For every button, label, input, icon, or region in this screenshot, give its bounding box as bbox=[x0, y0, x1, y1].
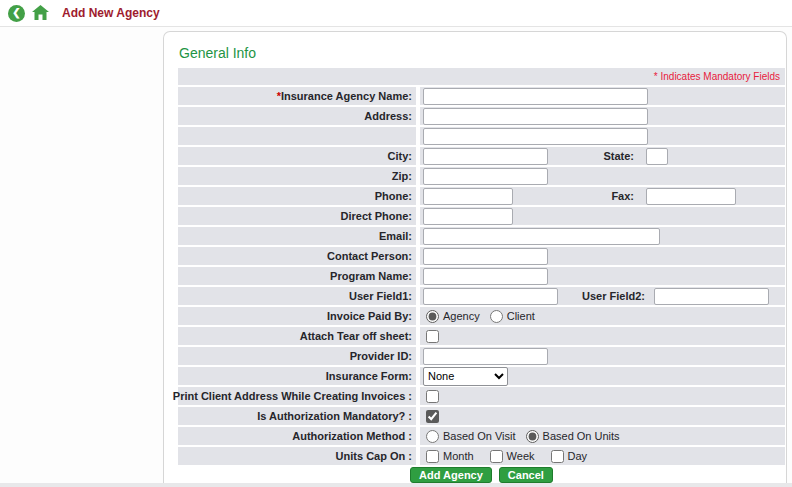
row-agency-name: *Insurance Agency Name: bbox=[178, 87, 785, 105]
city-input[interactable] bbox=[423, 148, 548, 165]
row-zip: Zip: bbox=[178, 167, 785, 185]
row-auth-mandatory: Is Authorization Mandatory? : bbox=[178, 407, 785, 425]
auth-method-visit-label: Based On Visit bbox=[443, 430, 516, 442]
invoice-paid-by-agency-label: Agency bbox=[443, 310, 480, 322]
cancel-button[interactable]: Cancel bbox=[499, 467, 553, 483]
agency-form: * Indicates Mandatory Fields *Insurance … bbox=[178, 68, 785, 483]
program-name-input[interactable] bbox=[423, 268, 548, 285]
user-field1-input[interactable] bbox=[423, 288, 558, 305]
invoice-paid-by-label: Invoice Paid By: bbox=[178, 307, 416, 325]
provider-id-label: Provider ID: bbox=[178, 347, 416, 365]
form-actions: Add Agency Cancel bbox=[178, 467, 785, 483]
row-direct-phone: Direct Phone: bbox=[178, 207, 785, 225]
direct-phone-input[interactable] bbox=[423, 208, 513, 225]
zip-input[interactable] bbox=[423, 168, 548, 185]
add-agency-button[interactable]: Add Agency bbox=[410, 467, 492, 483]
row-invoice-paid-by: Invoice Paid By: Agency Client bbox=[178, 307, 785, 325]
row-program-name: Program Name: bbox=[178, 267, 785, 285]
user-field1-label: User Field1: bbox=[178, 287, 416, 305]
contact-person-label: Contact Person: bbox=[178, 247, 416, 265]
general-info-panel: General Info * Indicates Mandatory Field… bbox=[163, 31, 787, 484]
auth-method-units-label: Based On Units bbox=[543, 430, 620, 442]
print-client-address-checkbox[interactable] bbox=[426, 390, 439, 403]
top-bar: ❮ Add New Agency bbox=[0, 0, 792, 27]
units-cap-week-checkbox[interactable] bbox=[490, 450, 503, 463]
page-bottom-divider bbox=[0, 483, 792, 487]
auth-method-label: Authorization Method : bbox=[178, 427, 416, 445]
fax-label: Fax: bbox=[513, 190, 634, 202]
section-title: General Info bbox=[164, 32, 786, 68]
phone-label: Phone: bbox=[178, 187, 416, 205]
attach-tear-off-checkbox[interactable] bbox=[426, 330, 439, 343]
insurance-form-label: Insurance Form: bbox=[178, 367, 416, 385]
state-label: State: bbox=[548, 150, 634, 162]
fax-input[interactable] bbox=[646, 188, 736, 205]
units-cap-week-label: Week bbox=[507, 450, 535, 462]
city-label: City: bbox=[178, 147, 416, 165]
units-cap-on-label: Units Cap On : bbox=[178, 447, 416, 465]
print-client-address-label: Print Client Address While Creating Invo… bbox=[178, 387, 416, 405]
units-cap-month-checkbox[interactable] bbox=[426, 450, 439, 463]
row-attach-tear-off: Attach Tear off sheet: bbox=[178, 327, 785, 345]
address-label: Address: bbox=[178, 107, 416, 125]
user-field2-label: User Field2: bbox=[558, 290, 645, 302]
state-input[interactable] bbox=[646, 148, 668, 165]
auth-method-visit-radio[interactable] bbox=[426, 430, 439, 443]
invoice-paid-by-client-label: Client bbox=[507, 310, 535, 322]
home-icon[interactable] bbox=[32, 5, 50, 22]
row-email: Email: bbox=[178, 227, 785, 245]
back-icon[interactable]: ❮ bbox=[8, 5, 25, 22]
attach-tear-off-label: Attach Tear off sheet: bbox=[178, 327, 416, 345]
agency-name-label: *Insurance Agency Name: bbox=[178, 87, 416, 105]
mandatory-note-bar: * Indicates Mandatory Fields bbox=[178, 68, 785, 85]
row-contact-person: Contact Person: bbox=[178, 247, 785, 265]
user-field2-input[interactable] bbox=[654, 288, 769, 305]
mandatory-note: * Indicates Mandatory Fields bbox=[654, 71, 780, 82]
email-label: Email: bbox=[178, 227, 416, 245]
row-provider-id: Provider ID: bbox=[178, 347, 785, 365]
units-cap-day-checkbox[interactable] bbox=[551, 450, 564, 463]
row-address-line2 bbox=[178, 127, 785, 145]
invoice-paid-by-client-radio[interactable] bbox=[490, 310, 503, 323]
row-print-client-address: Print Client Address While Creating Invo… bbox=[178, 387, 785, 405]
auth-mandatory-label: Is Authorization Mandatory? : bbox=[178, 407, 416, 425]
auth-method-units-radio[interactable] bbox=[526, 430, 539, 443]
row-insurance-form: Insurance Form: None bbox=[178, 367, 785, 385]
provider-id-input[interactable] bbox=[423, 348, 548, 365]
phone-input[interactable] bbox=[423, 188, 513, 205]
units-cap-month-label: Month bbox=[443, 450, 474, 462]
row-units-cap-on: Units Cap On : Month Week Day bbox=[178, 447, 785, 465]
email-input[interactable] bbox=[423, 228, 660, 245]
units-cap-day-label: Day bbox=[568, 450, 588, 462]
address-line2-label bbox=[178, 127, 416, 145]
address-line2-input[interactable] bbox=[423, 128, 648, 145]
auth-mandatory-checkbox[interactable] bbox=[426, 410, 439, 423]
invoice-paid-by-agency-radio[interactable] bbox=[426, 310, 439, 323]
row-auth-method: Authorization Method : Based On Visit Ba… bbox=[178, 427, 785, 445]
direct-phone-label: Direct Phone: bbox=[178, 207, 416, 225]
row-address: Address: bbox=[178, 107, 785, 125]
address-line1-input[interactable] bbox=[423, 108, 648, 125]
insurance-form-select[interactable]: None bbox=[423, 367, 508, 386]
agency-name-input[interactable] bbox=[423, 88, 648, 105]
program-name-label: Program Name: bbox=[178, 267, 416, 285]
page-title: Add New Agency bbox=[62, 6, 160, 20]
row-user-fields: User Field1: User Field2: bbox=[178, 287, 785, 305]
zip-label: Zip: bbox=[178, 167, 416, 185]
contact-person-input[interactable] bbox=[423, 248, 548, 265]
row-phone-fax: Phone: Fax: bbox=[178, 187, 785, 205]
row-city-state: City: State: bbox=[178, 147, 785, 165]
